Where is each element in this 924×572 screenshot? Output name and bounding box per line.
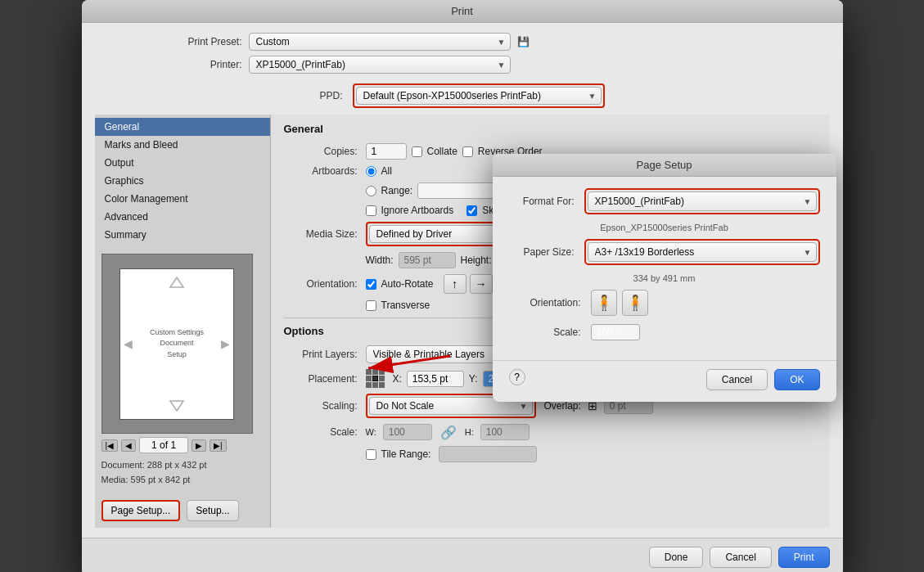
page-setup-bottom: ? Cancel OK [493, 360, 836, 402]
preset-save-icon[interactable]: 💾 [517, 36, 530, 47]
portrait-btn[interactable]: ↑ [444, 274, 467, 294]
ignore-artboards-checkbox[interactable] [366, 205, 376, 216]
setup-button[interactable]: Setup... [187, 500, 238, 521]
height-label: Height: [461, 254, 492, 266]
ppd-select[interactable]: Default (Epson-XP15000series PrintFab) [356, 87, 602, 105]
skip-blank-checkbox[interactable] [467, 205, 477, 216]
paper-size-select[interactable]: A3+ /13x19 Borderless [588, 242, 817, 262]
page-setup-title: Page Setup [493, 154, 836, 177]
auto-rotate-checkbox[interactable] [366, 279, 376, 290]
ps-scale-row: Scale: [509, 324, 820, 340]
paper-size-label: Paper Size: [509, 246, 584, 258]
sidebar-item-general[interactable]: General [95, 118, 270, 136]
bottom-bar: Done Cancel Print [82, 538, 843, 572]
paper-size-row: Paper Size: A3+ /13x19 Borderless ▼ [509, 239, 820, 265]
page-next-btn[interactable]: ▶ [192, 439, 206, 452]
sidebar-item-output[interactable]: Output [95, 154, 270, 172]
page-last-btn[interactable]: ▶| [210, 439, 227, 452]
preview-triangle-bottom [169, 399, 185, 412]
scale-control: W: 🔗 H: [366, 424, 530, 440]
sidebar-item-summary[interactable]: Summary [95, 226, 270, 244]
placement-grid[interactable] [366, 369, 385, 388]
print-preset-select-wrap: Custom ▼ [249, 33, 511, 51]
collate-checkbox[interactable] [412, 146, 422, 157]
print-button[interactable]: Print [778, 547, 830, 568]
ps-orientation-label: Orientation: [509, 297, 591, 309]
sidebar-item-color-management[interactable]: Color Management [95, 190, 270, 208]
tile-range-checkbox[interactable] [366, 449, 376, 460]
media-size-label: Media Size: [284, 228, 366, 240]
page-setup-dialog: Page Setup Format For: XP15000_(PrintFab… [493, 154, 836, 402]
printer-label: Printer: [160, 59, 242, 70]
doc-info: Document: 288 pt x 432 pt Media: 595 pt … [101, 458, 264, 487]
page-prev-btn[interactable]: ◀ [121, 439, 136, 452]
sidebar-item-advanced[interactable]: Advanced [95, 208, 270, 226]
scale-row: Scale: W: 🔗 H: [284, 424, 817, 440]
orientation-label: Orientation: [284, 278, 366, 290]
sidebar-item-graphics[interactable]: Graphics [95, 172, 270, 190]
paper-size-select-wrap: A3+ /13x19 Borderless ▼ [588, 242, 817, 262]
link-icon: 🔗 [440, 425, 457, 440]
ignore-artboards-label: Ignore Artboards [381, 205, 454, 216]
print-layers-label: Print Layers: [284, 349, 366, 360]
ppd-select-wrap: Default (Epson-XP15000series PrintFab) ▼ [356, 87, 602, 105]
tile-range-control: Tile Range: [366, 446, 538, 462]
all-label: All [381, 165, 392, 177]
ps-help-button[interactable]: ? [509, 369, 525, 385]
ps-ok-button[interactable]: OK [774, 369, 819, 390]
collate-checkbox-row: Collate [412, 146, 457, 157]
page-setup-button[interactable]: Page Setup... [101, 500, 181, 521]
width-input[interactable] [399, 252, 456, 268]
scale-w-label: W: [366, 427, 376, 437]
reverse-order-checkbox[interactable] [462, 146, 473, 157]
print-preset-select[interactable]: Custom [249, 33, 511, 51]
page-first-btn[interactable]: |◀ [101, 439, 119, 452]
auto-rotate-label: Auto-Rotate [381, 278, 434, 290]
preview-inner: ◀ ▶ Custom SettingsDocumentSetup [119, 268, 234, 420]
x-input[interactable] [407, 371, 464, 387]
ignore-artboards-row: Ignore Artboards [366, 205, 454, 216]
preview-center-text: Custom SettingsDocumentSetup [150, 327, 204, 361]
done-button[interactable]: Done [649, 547, 704, 568]
tile-range-label: Tile Range: [381, 448, 431, 460]
page-setup-body: Format For: XP15000_(PrintFab) ▼ Epson_X… [493, 177, 836, 360]
transverse-row-label: Transverse [366, 300, 430, 311]
ps-portrait-btn[interactable]: 🧍 [591, 290, 617, 316]
y-label: Y: [469, 373, 478, 385]
all-radio-row: All [366, 165, 392, 177]
ps-landscape-btn[interactable]: 🧍 [622, 290, 648, 316]
preview-arrow-left: ◀ [124, 337, 133, 350]
transverse-checkbox[interactable] [366, 300, 376, 311]
scale-w-input[interactable] [383, 424, 432, 440]
format-for-row: Format For: XP15000_(PrintFab) ▼ [509, 188, 820, 214]
ps-orientation-row: Orientation: 🧍 🧍 [509, 290, 820, 316]
tile-range-checkbox-row: Tile Range: [366, 448, 431, 460]
overlap-label: Overlap: [544, 400, 581, 412]
printer-select[interactable]: XP15000_(PrintFab) [249, 56, 511, 74]
sidebar: General Marks and Bleed Output Graphics … [95, 115, 271, 247]
ps-scale-input[interactable] [591, 324, 640, 340]
landscape-btn[interactable]: → [470, 274, 493, 294]
tile-range-row: Tile Range: [284, 446, 817, 462]
all-radio[interactable] [366, 166, 376, 177]
range-label-text: Range: [381, 185, 413, 196]
range-radio[interactable] [366, 186, 376, 196]
scale-label: Scale: [284, 426, 366, 438]
doc-document-info: Document: 288 pt x 432 pt Media: 595 pt … [101, 458, 264, 487]
format-for-select[interactable]: XP15000_(PrintFab) [588, 191, 817, 211]
cancel-button[interactable]: Cancel [710, 547, 771, 568]
scale-h-input[interactable] [480, 424, 530, 440]
ps-cancel-button[interactable]: Cancel [706, 369, 768, 390]
page-input[interactable] [139, 437, 188, 453]
tile-range-input[interactable] [439, 446, 537, 462]
x-label: X: [393, 373, 402, 385]
range-radio-row: Range: [366, 185, 413, 196]
paper-size-highlight: A3+ /13x19 Borderless ▼ [584, 239, 820, 265]
paper-size-subtitle: 334 by 491 mm [509, 273, 820, 283]
general-section-title: General [284, 123, 817, 135]
copies-input[interactable] [366, 143, 407, 160]
svg-marker-0 [170, 277, 183, 287]
collate-label: Collate [427, 146, 457, 157]
scale-h-label: H: [465, 427, 474, 437]
sidebar-item-marks-and-bleed[interactable]: Marks and Bleed [95, 136, 270, 154]
